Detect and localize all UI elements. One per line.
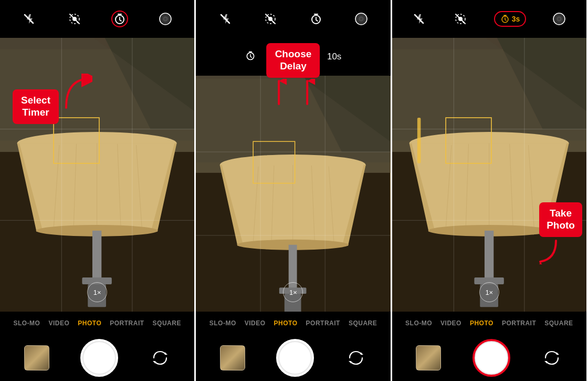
zoom-badge-3[interactable]: 1×	[479, 282, 499, 302]
thumbnail-2[interactable]	[220, 345, 245, 370]
svg-point-7	[164, 18, 166, 20]
zoom-badge-2[interactable]: 1×	[283, 282, 303, 302]
svg-point-40	[360, 18, 362, 20]
bottom-controls-1	[0, 335, 194, 381]
viewfinder-2: 1× ChooseDelay	[196, 38, 390, 312]
svg-marker-69	[349, 361, 351, 364]
mode-square-2[interactable]: SQUARE	[349, 320, 377, 327]
mode-photo-1[interactable]: PHOTO	[78, 320, 101, 327]
panel-take-photo: 3s	[392, 0, 588, 381]
flash-off-icon-2[interactable]	[217, 11, 234, 27]
flash-off-icon-3[interactable]	[411, 11, 427, 27]
mode-square-1[interactable]: SQUARE	[153, 320, 181, 327]
timer-options-row: Off 3s 10s	[196, 38, 390, 76]
svg-marker-68	[361, 352, 363, 355]
flip-camera-button-3[interactable]	[541, 347, 562, 368]
mode-portrait-3[interactable]: PORTRAIT	[502, 320, 536, 327]
thumbnail-1[interactable]	[24, 345, 49, 370]
svg-marker-31	[165, 352, 167, 355]
mode-portrait-2[interactable]: PORTRAIT	[306, 320, 340, 327]
lens-mode-icon-3[interactable]	[551, 11, 568, 27]
timer-icon[interactable]	[111, 11, 128, 27]
bottom-controls-2	[196, 335, 390, 381]
viewfinder-3: 1× TakePhoto	[392, 38, 586, 312]
flash-off-icon[interactable]	[20, 11, 37, 27]
live-icon-3[interactable]	[452, 11, 469, 27]
mode-video-2[interactable]: VIDEO	[245, 320, 266, 327]
toolbar-2	[196, 0, 390, 38]
viewfinder-1: 1× Select Timer	[0, 38, 194, 312]
flip-camera-button-2[interactable]	[345, 347, 366, 368]
panel-select-timer: 1× Select Timer	[0, 0, 196, 381]
mode-slo-mo-2[interactable]: SLO-MO	[209, 320, 236, 327]
timer-3s-option[interactable]: 3s	[301, 52, 310, 62]
lens-mode-icon[interactable]	[157, 11, 174, 27]
toolbar-1	[0, 0, 194, 38]
live-icon-2[interactable]	[262, 11, 279, 27]
mode-slo-mo-3[interactable]: SLO-MO	[405, 320, 432, 327]
live-icon[interactable]	[66, 11, 83, 27]
svg-point-77	[558, 18, 560, 20]
svg-rect-95	[417, 118, 421, 163]
mode-video-3[interactable]: VIDEO	[440, 320, 461, 327]
zoom-badge-1[interactable]: 1×	[87, 282, 107, 302]
mode-slo-mo-1[interactable]: SLO-MO	[13, 320, 40, 327]
mode-square-3[interactable]: SQUARE	[544, 320, 573, 327]
toolbar-3: 3s	[392, 0, 586, 38]
mode-bar-2: SLO-MO VIDEO PHOTO PORTRAIT SQUARE	[196, 312, 390, 335]
shutter-inner-1	[83, 342, 115, 374]
timer-10s-option[interactable]: 10s	[327, 52, 341, 62]
lens-mode-icon-2[interactable]	[353, 11, 370, 27]
bottom-controls-3	[392, 335, 586, 381]
mode-bar-3: SLO-MO VIDEO PHOTO PORTRAIT SQUARE	[392, 312, 586, 335]
panel-choose-delay: Off 3s 10s	[196, 0, 392, 381]
svg-marker-103	[544, 361, 547, 364]
mode-photo-2[interactable]: PHOTO	[274, 320, 298, 327]
mode-portrait-1[interactable]: PORTRAIT	[110, 320, 144, 327]
svg-marker-32	[153, 361, 155, 364]
mode-bar-1: SLO-MO VIDEO PHOTO PORTRAIT SQUARE	[0, 312, 194, 335]
timer-active-badge[interactable]: 3s	[494, 11, 527, 27]
shutter-button-2[interactable]	[276, 339, 314, 377]
thumbnail-3[interactable]	[416, 345, 441, 370]
shutter-inner-3	[476, 342, 507, 374]
timer-icon-2[interactable]	[308, 11, 324, 27]
svg-marker-102	[556, 352, 559, 355]
timer-icon-row-2[interactable]	[245, 50, 256, 64]
shutter-inner-2	[279, 342, 311, 374]
shutter-button-3[interactable]	[472, 339, 510, 377]
mode-video-1[interactable]: VIDEO	[48, 320, 69, 327]
timer-off-option[interactable]: Off	[272, 52, 284, 62]
mode-photo-3[interactable]: PHOTO	[470, 320, 494, 327]
shutter-button-1[interactable]	[80, 339, 118, 377]
flip-camera-button-1[interactable]	[150, 347, 171, 368]
